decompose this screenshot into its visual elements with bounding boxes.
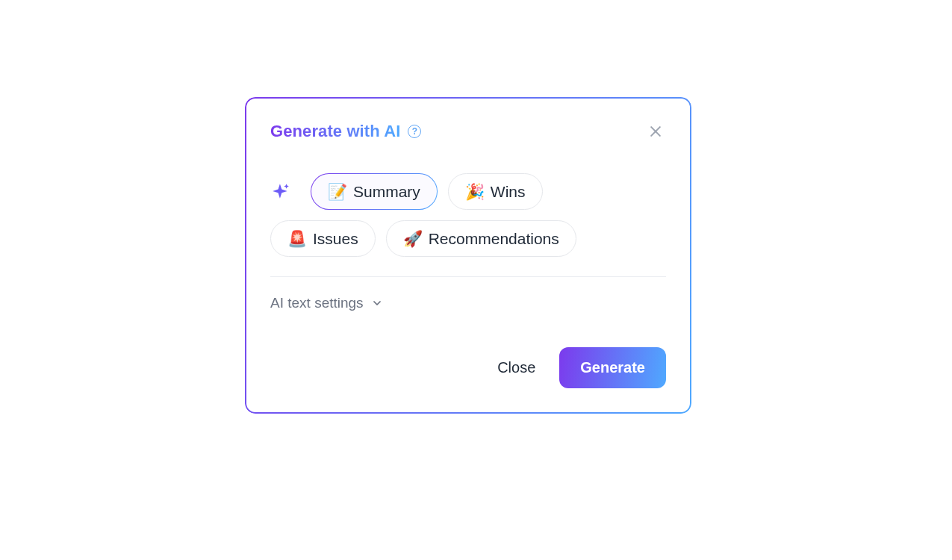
modal-title: Generate with AI: [270, 122, 400, 141]
ai-text-settings-toggle[interactable]: AI text settings: [270, 295, 383, 311]
alert-icon: 🚨: [287, 231, 307, 246]
option-issues[interactable]: 🚨 Issues: [270, 220, 376, 257]
option-label: Summary: [353, 184, 420, 199]
options-row-2: 🚨 Issues 🚀 Recommendations: [270, 220, 666, 257]
divider: [270, 276, 666, 277]
modal-header: Generate with AI ?: [270, 121, 666, 142]
rocket-icon: 🚀: [403, 231, 423, 246]
option-label: Wins: [491, 184, 526, 199]
generate-ai-modal: Generate with AI ? 📝 Summary 🎉 Wins: [245, 97, 691, 414]
option-summary[interactable]: 📝 Summary: [311, 173, 438, 210]
close-icon: [648, 124, 663, 139]
settings-label: AI text settings: [270, 295, 364, 311]
close-icon-button[interactable]: [645, 121, 666, 142]
close-button[interactable]: Close: [491, 352, 541, 384]
option-recommendations[interactable]: 🚀 Recommendations: [386, 220, 576, 257]
modal-footer: Close Generate: [270, 347, 666, 388]
title-wrap: Generate with AI ?: [270, 122, 421, 141]
options-row-1: 📝 Summary 🎉 Wins: [270, 173, 666, 210]
option-label: Recommendations: [429, 231, 559, 246]
option-label: Issues: [313, 231, 358, 246]
help-icon[interactable]: ?: [408, 125, 421, 138]
generate-button[interactable]: Generate: [559, 347, 666, 388]
party-icon: 🎉: [465, 184, 485, 199]
chevron-down-icon: [371, 297, 383, 309]
memo-icon: 📝: [328, 184, 347, 199]
sparkle-icon: [270, 181, 291, 202]
option-wins[interactable]: 🎉 Wins: [448, 173, 543, 210]
